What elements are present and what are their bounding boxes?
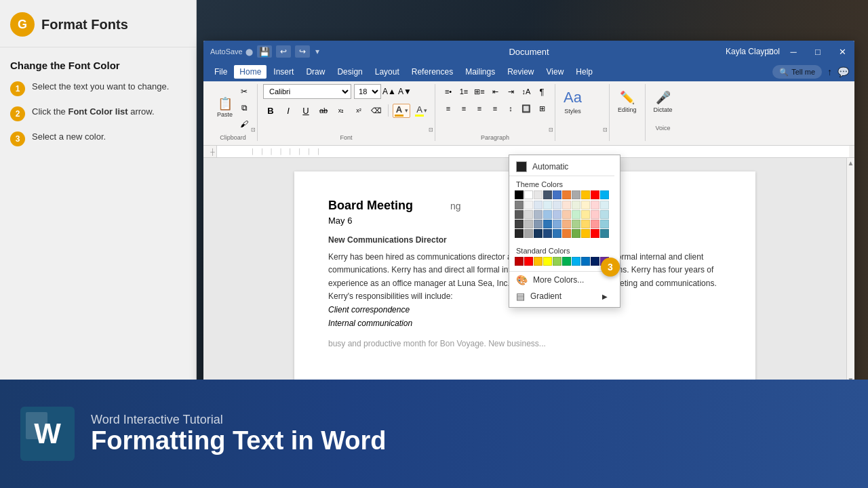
sc-yellow[interactable] — [543, 257, 552, 266]
menu-help[interactable]: Help — [570, 65, 598, 79]
ts1-7[interactable] — [572, 201, 580, 209]
menu-file[interactable]: File — [209, 65, 233, 79]
multi-level-button[interactable]: ⊞≡ — [472, 84, 487, 99]
share-button[interactable]: ↑ — [827, 66, 832, 77]
ts3-2[interactable] — [524, 220, 533, 228]
bullets-button[interactable]: ≡• — [441, 84, 456, 99]
ts4-1[interactable] — [515, 229, 524, 238]
clear-format-button[interactable]: ⌫ — [369, 103, 384, 118]
ts4-2[interactable] — [524, 229, 533, 238]
ts2-4[interactable] — [543, 210, 552, 219]
menu-mailings[interactable]: Mailings — [460, 65, 500, 79]
editing-button[interactable]: ✏️ Editing — [615, 84, 639, 119]
styles-button[interactable]: Aa Styles — [561, 84, 585, 119]
ribbon-display-button[interactable]: ⊡ — [760, 41, 781, 62]
borders-button[interactable]: ⊞ — [534, 101, 549, 116]
clipboard-expand[interactable]: ⊡ — [251, 127, 256, 133]
scrollbar-right[interactable]: ▲ ▼ — [846, 158, 854, 385]
sc-orange[interactable] — [534, 257, 542, 266]
ts1-2[interactable] — [524, 201, 533, 209]
menu-insert[interactable]: Insert — [268, 65, 299, 79]
highlight-color-button[interactable]: A ▾ — [413, 104, 429, 118]
ts1-3[interactable] — [534, 201, 542, 209]
ts4-4[interactable] — [543, 229, 552, 238]
ts1-6[interactable] — [562, 201, 571, 209]
tc-blue[interactable] — [553, 190, 561, 199]
undo-button[interactable]: ↩ — [276, 45, 291, 58]
font-color-arrow[interactable]: ▾ — [405, 107, 408, 114]
ts2-7[interactable] — [572, 210, 580, 219]
numbering-button[interactable]: 1≡ — [456, 84, 471, 99]
menu-review[interactable]: Review — [502, 65, 539, 79]
ts1-5[interactable] — [553, 201, 561, 209]
tc-black[interactable] — [515, 190, 524, 199]
redo-button[interactable]: ↪ — [295, 45, 310, 58]
tc-slate[interactable] — [543, 190, 552, 199]
sc-lightblue[interactable] — [572, 257, 580, 266]
menu-layout[interactable]: Layout — [370, 65, 405, 79]
ts2-3[interactable] — [534, 210, 542, 219]
ts2-2[interactable] — [524, 210, 533, 219]
scroll-up-arrow[interactable]: ▲ — [846, 158, 854, 168]
ts4-9[interactable] — [591, 229, 599, 238]
menu-references[interactable]: References — [406, 65, 458, 79]
ts3-4[interactable] — [543, 220, 552, 228]
highlight-arrow[interactable]: ▾ — [424, 107, 427, 114]
ts3-9[interactable] — [591, 220, 599, 228]
quick-access-more[interactable]: ▾ — [315, 47, 319, 56]
paste-button[interactable]: 📋 Paste — [214, 90, 235, 125]
ts2-1[interactable] — [515, 210, 524, 219]
ts1-4[interactable] — [543, 201, 552, 209]
more-colors-option[interactable]: 🎨 More Colors... — [509, 272, 614, 288]
superscript-button[interactable]: x² — [351, 103, 366, 118]
ts4-6[interactable] — [562, 229, 571, 238]
close-button[interactable]: ✕ — [830, 41, 854, 62]
strikethrough-button[interactable]: ab — [316, 103, 331, 118]
search-box[interactable]: 🔍 Tell me — [772, 65, 822, 79]
dictate-button[interactable]: 🎤 Dictate — [651, 84, 675, 119]
sc-blue[interactable] — [581, 257, 590, 266]
ts4-5[interactable] — [553, 229, 561, 238]
tc-ltblue[interactable] — [600, 190, 609, 199]
bold-button[interactable]: B — [263, 103, 278, 118]
menu-draw[interactable]: Draw — [300, 65, 330, 79]
format-painter-button[interactable]: 🖌 — [237, 117, 252, 131]
minimize-button[interactable]: ─ — [781, 41, 806, 62]
menu-design[interactable]: Design — [332, 65, 368, 79]
ts3-6[interactable] — [562, 220, 571, 228]
cut-button[interactable]: ✂ — [237, 84, 252, 99]
tc-orange[interactable] — [562, 190, 571, 199]
ts4-7[interactable] — [572, 229, 580, 238]
tc-red[interactable] — [591, 190, 599, 199]
ts2-8[interactable] — [581, 210, 590, 219]
automatic-color-option[interactable]: Automatic — [509, 158, 614, 176]
ts3-5[interactable] — [553, 220, 561, 228]
tc-ltgray[interactable] — [534, 190, 542, 199]
align-left-button[interactable]: ≡ — [441, 101, 456, 116]
ts1-10[interactable] — [600, 201, 609, 209]
ts3-10[interactable] — [600, 220, 609, 228]
save-button[interactable]: 💾 — [257, 45, 272, 58]
ts3-3[interactable] — [534, 220, 542, 228]
menu-view[interactable]: View — [541, 65, 570, 79]
sc-darkred[interactable] — [515, 257, 524, 266]
ts2-10[interactable] — [600, 210, 609, 219]
autosave-toggle[interactable]: ⬤ — [245, 48, 253, 56]
ts1-1[interactable] — [515, 201, 524, 209]
sc-red[interactable] — [524, 257, 533, 266]
align-center-button[interactable]: ≡ — [456, 101, 471, 116]
ts3-1[interactable] — [515, 220, 524, 228]
font-size-select[interactable]: 18 — [354, 84, 381, 99]
ts3-8[interactable] — [581, 220, 590, 228]
font-shrink-button[interactable]: A▼ — [397, 84, 412, 99]
tc-gray2[interactable] — [572, 190, 580, 199]
subscript-button[interactable]: x₂ — [334, 103, 349, 118]
sc-lightgreen[interactable] — [553, 257, 561, 266]
font-name-select[interactable]: Calibri — [263, 84, 351, 99]
styles-expand[interactable]: ⊡ — [603, 127, 608, 133]
maximize-button[interactable]: □ — [806, 41, 830, 62]
ts1-8[interactable] — [581, 201, 590, 209]
menu-home[interactable]: Home — [234, 65, 267, 79]
font-group-expand[interactable]: ⊡ — [429, 127, 433, 133]
show-formatting-button[interactable]: ¶ — [534, 84, 549, 99]
